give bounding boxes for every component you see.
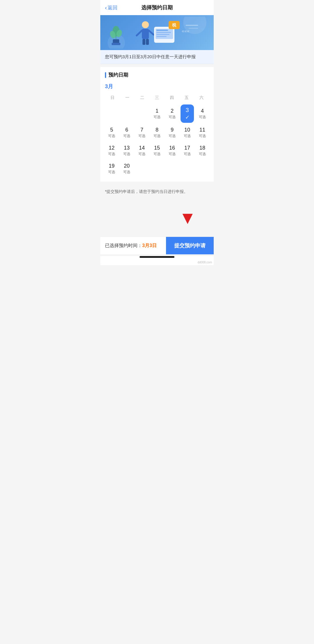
day-number: 1 [156, 108, 158, 114]
notice-text: 您可预约3月1日至3月20日中任意一天进行申报 [105, 54, 196, 59]
svg-rect-19 [156, 36, 167, 37]
calendar-day[interactable]: 2可选 [165, 104, 179, 123]
day-status: 可选 [184, 152, 191, 157]
calendar-day[interactable]: 16可选 [165, 143, 179, 159]
back-chevron-icon: ‹ [105, 4, 107, 11]
calendar-section: 预约日期 3月 日 一 二 三 四 五 六 1可选2可选3✓4可选5可选6可选7… [100, 67, 214, 182]
calendar-day[interactable]: 10可选 [181, 125, 194, 141]
calendar-day-empty [135, 104, 149, 123]
weekday-sat: 六 [194, 93, 209, 102]
day-status: 可选 [123, 170, 130, 175]
weekday-tue: 二 [135, 93, 149, 102]
down-arrow-icon: ▼ [179, 208, 196, 228]
svg-line-10 [137, 31, 142, 36]
page-title: 选择预约日期 [141, 4, 173, 11]
day-status: 可选 [108, 170, 115, 175]
day-status: 可选 [169, 115, 176, 120]
calendar-day[interactable]: 9可选 [165, 125, 179, 141]
calendar-day[interactable]: 6可选 [120, 125, 133, 141]
weekday-mon: 一 [120, 93, 135, 102]
day-status: 可选 [199, 152, 206, 157]
calendar-weekdays: 日 一 二 三 四 五 六 [105, 93, 209, 102]
weekday-sun: 日 [105, 93, 120, 102]
day-number: 9 [171, 127, 174, 133]
banner-illustration: 税 ««« [108, 17, 206, 49]
svg-rect-9 [142, 29, 149, 39]
day-status: 可选 [199, 115, 206, 120]
calendar-day-empty [196, 161, 209, 177]
day-number: 15 [154, 145, 160, 151]
day-number: 6 [125, 127, 128, 133]
bottom-bar: 已选择预约时间：3月3日 提交预约申请 [100, 237, 214, 254]
back-button[interactable]: ‹ 返回 [105, 4, 117, 11]
day-status: 可选 [169, 152, 176, 157]
day-number: 20 [124, 163, 130, 169]
selected-check-icon: ✓ [185, 114, 190, 120]
day-number: 5 [110, 127, 113, 133]
calendar-day[interactable]: 8可选 [150, 125, 164, 141]
home-indicator [140, 256, 174, 258]
arrow-container: ▼ [100, 199, 214, 237]
calendar-day[interactable]: 18可选 [196, 143, 209, 159]
day-number: 11 [199, 127, 205, 133]
day-status: 可选 [108, 134, 115, 139]
day-number: 18 [199, 145, 205, 151]
day-status: 可选 [123, 152, 130, 157]
calendar-day[interactable]: 17可选 [181, 143, 194, 159]
day-status: 可选 [154, 134, 160, 139]
day-number: 4 [201, 108, 204, 114]
calendar-day[interactable]: 4可选 [196, 104, 209, 123]
weekday-wed: 三 [149, 93, 164, 102]
svg-rect-2 [113, 39, 119, 43]
calendar-day[interactable]: 11可选 [196, 125, 209, 141]
calendar-day[interactable]: 1可选 [150, 104, 164, 123]
selected-time-date: 3月3日 [142, 243, 157, 248]
svg-rect-3 [112, 43, 120, 45]
calendar-day[interactable]: 13可选 [120, 143, 133, 159]
header: ‹ 返回 选择预约日期 [100, 0, 214, 15]
weekday-fri: 五 [179, 93, 194, 102]
day-number: 2 [171, 108, 174, 114]
day-number: 3 [185, 107, 189, 113]
calendar-grid: 1可选2可选3✓4可选5可选6可选7可选8可选9可选10可选11可选12可选13… [105, 104, 209, 177]
calendar-day[interactable]: 5可选 [105, 125, 118, 141]
calendar-month: 3月 [105, 83, 209, 90]
day-status: 可选 [154, 115, 160, 120]
calendar-day[interactable]: 20可选 [120, 161, 133, 177]
footer-note-text: *提交预约申请后，请您于预约当日进行申报。 [105, 189, 188, 194]
watermark: dd008.com [198, 261, 212, 264]
calendar-day[interactable]: 19可选 [105, 161, 118, 177]
day-number: 12 [109, 145, 115, 151]
day-status: 可选 [184, 134, 191, 139]
day-status: 可选 [169, 134, 176, 139]
calendar-day-empty [165, 161, 179, 177]
calendar-day[interactable]: 7可选 [135, 125, 149, 141]
day-status: 可选 [154, 152, 160, 157]
calendar-day[interactable]: 3✓ [181, 104, 194, 123]
svg-rect-13 [146, 39, 149, 45]
day-status: 可选 [108, 152, 115, 157]
calendar-day-empty [181, 161, 194, 177]
day-status: 可选 [123, 134, 130, 139]
day-status: 可选 [138, 152, 145, 157]
day-number: 13 [124, 145, 130, 151]
svg-text:«««: ««« [182, 29, 190, 33]
svg-rect-12 [142, 39, 145, 45]
svg-point-8 [142, 21, 149, 28]
calendar-day-empty [135, 161, 149, 177]
calendar-day[interactable]: 12可选 [105, 143, 118, 159]
weekday-thu: 四 [165, 93, 179, 102]
footer-note: *提交预约申请后，请您于预约当日进行申报。 [100, 184, 214, 199]
back-label: 返回 [108, 4, 117, 11]
title-bar-accent [105, 72, 106, 78]
svg-rect-18 [156, 34, 170, 35]
day-status: 可选 [199, 134, 206, 139]
calendar-day[interactable]: 14可选 [135, 143, 149, 159]
day-number: 7 [140, 127, 143, 133]
calendar-day[interactable]: 15可选 [150, 143, 164, 159]
selected-time-info: 已选择预约时间：3月3日 [100, 237, 166, 254]
calendar-day-empty [120, 104, 133, 123]
submit-button[interactable]: 提交预约申请 [166, 237, 214, 254]
svg-text:税: 税 [172, 23, 176, 27]
banner: 税 ««« [100, 15, 214, 50]
